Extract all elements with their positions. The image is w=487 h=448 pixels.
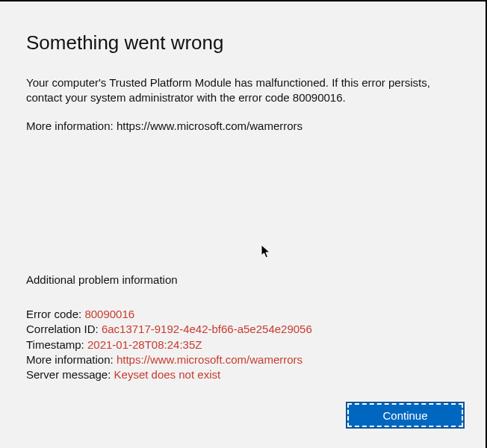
more-info-label: More information: — [26, 119, 117, 132]
correlation-id-line: Correlation ID: 6ac13717-9192-4e42-bf66-… — [26, 322, 459, 337]
dialog-body: Your computer's Trusted Platform Module … — [26, 75, 459, 106]
error-code-line: Error code: 80090016 — [26, 307, 459, 322]
more-info-line: More information: https://www.microsoft.… — [26, 119, 459, 132]
error-code-value: 80090016 — [84, 308, 134, 320]
timestamp-label: Timestamp: — [26, 338, 87, 351]
dialog-title: Something went wrong — [26, 31, 459, 55]
server-message-line: Server message: Keyset does not exist — [26, 367, 459, 382]
additional-info-header: Additional problem information — [26, 273, 459, 286]
cursor-icon — [261, 244, 271, 259]
more-info-url: https://www.microsoft.com/wamerrors — [117, 119, 303, 132]
error-dialog: Something went wrong Your computer's Tru… — [0, 0, 487, 448]
correlation-id-label: Correlation ID: — [26, 323, 102, 335]
dialog-footer: Continue — [347, 403, 463, 427]
additional-info-section: Additional problem information Error cod… — [26, 273, 459, 382]
continue-button[interactable]: Continue — [347, 403, 463, 427]
more-info-detail-label: More information: — [26, 353, 117, 366]
correlation-id-value: 6ac13717-9192-4e42-bf66-a5e254e29056 — [102, 323, 312, 335]
server-message-label: Server message: — [26, 368, 114, 381]
error-code-label: Error code: — [26, 308, 84, 320]
server-message-value: Keyset does not exist — [114, 368, 221, 381]
timestamp-line: Timestamp: 2021-01-28T08:24:35Z — [26, 337, 459, 352]
timestamp-value: 2021-01-28T08:24:35Z — [87, 338, 202, 351]
more-info-detail-line: More information: https://www.microsoft.… — [26, 352, 459, 367]
more-info-detail-value: https://www.microsoft.com/wamerrors — [117, 353, 303, 366]
